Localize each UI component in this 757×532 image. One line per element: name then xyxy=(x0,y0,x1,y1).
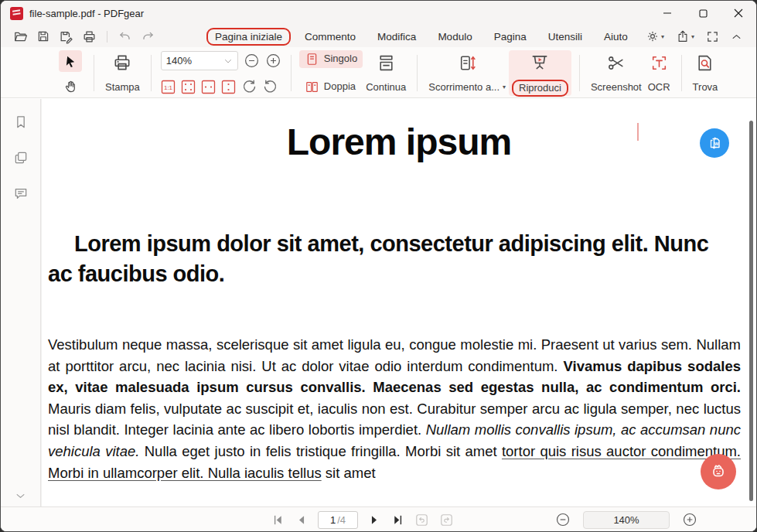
main-toolbar: Stampa 140% 1:1 xyxy=(1,47,756,98)
svg-text:W: W xyxy=(714,142,719,146)
toolbar-separator xyxy=(151,55,152,91)
undo-icon[interactable] xyxy=(118,29,132,44)
statusbar: 1 /4 140% xyxy=(1,506,756,531)
screenshot-label: Screenshot xyxy=(591,81,642,95)
tab-pagina[interactable]: Pagina xyxy=(486,29,534,45)
zoom-presets-row: 1:1 xyxy=(161,76,281,95)
page-navigation: 1 /4 xyxy=(271,507,454,532)
pdfgear-logo-icon xyxy=(10,7,23,20)
rotate-cw-button[interactable] xyxy=(241,79,257,95)
print-label: Stampa xyxy=(105,81,140,95)
pdf-page[interactable]: Lorem ipsum W Lorem ipsum dolor sit amet… xyxy=(42,99,756,508)
paragraph-run-regular: Nulla eget justo in felis tristique frin… xyxy=(145,443,502,459)
save-as-icon[interactable] xyxy=(59,29,73,44)
window-controls xyxy=(650,1,756,26)
fullscreen-button[interactable] xyxy=(706,30,719,43)
play-button[interactable]: Riproduci xyxy=(509,50,571,96)
bookmarks-panel-button[interactable] xyxy=(13,114,29,130)
statusbar-zoom-in-button[interactable] xyxy=(682,512,697,527)
toolbar-separator xyxy=(579,55,580,91)
double-page-icon xyxy=(305,80,319,94)
autoscroll-icon xyxy=(458,51,477,74)
titlebar-left: file-sample.pdf - PDFgear xyxy=(1,7,650,20)
find-label: Trova xyxy=(693,81,718,95)
theme-button[interactable]: ▾ xyxy=(646,29,664,43)
share-button[interactable]: ▾ xyxy=(676,29,694,43)
toolbar-separator xyxy=(94,55,94,91)
screenshot-button[interactable]: Screenshot xyxy=(588,50,645,96)
previous-view-button[interactable] xyxy=(414,513,429,527)
tab-utensili[interactable]: Utensili xyxy=(540,29,590,45)
print-button[interactable]: Stampa xyxy=(102,50,143,96)
fit-page-button[interactable] xyxy=(181,80,196,95)
titlebar: file-sample.pdf - PDFgear xyxy=(1,1,756,26)
next-view-button[interactable] xyxy=(439,513,454,527)
tab-pagina-iniziale[interactable]: Pagina iniziale xyxy=(206,28,291,46)
quick-print-icon[interactable] xyxy=(82,29,97,44)
paragraph-run-regular: sit amet xyxy=(322,465,376,481)
select-tool-button[interactable] xyxy=(59,50,82,72)
autoscroll-button[interactable]: Scorrimento a... ▾ xyxy=(425,50,509,96)
pdfgear-window: file-sample.pdf - PDFgear xyxy=(0,0,757,532)
maximize-button[interactable] xyxy=(685,1,721,26)
menu-tabs: Pagina iniziale Commento Modifica Modulo… xyxy=(206,28,636,46)
single-view-button[interactable]: Singolo xyxy=(299,50,363,68)
document-heading: Lorem ipsum dolor sit amet, consectetur … xyxy=(48,229,714,289)
find-button[interactable]: Trova xyxy=(690,50,721,96)
zoom-row: 140% xyxy=(161,51,281,70)
double-view-button[interactable]: Doppia xyxy=(299,78,363,96)
tab-modulo[interactable]: Modulo xyxy=(430,29,479,45)
first-page-button[interactable] xyxy=(271,513,285,527)
document-paragraph: Vestibulum neque massa, scelerisque sit … xyxy=(48,334,741,483)
comments-panel-button[interactable] xyxy=(13,186,29,201)
vertical-scrollbar[interactable] xyxy=(749,121,753,501)
statusbar-zoom-out-button[interactable] xyxy=(555,512,571,527)
statusbar-zoom: 140% xyxy=(555,507,697,532)
content-area: Lorem ipsum W Lorem ipsum dolor sit amet… xyxy=(1,99,756,508)
left-sidebar xyxy=(1,99,41,508)
save-icon[interactable] xyxy=(36,29,50,43)
zoom-in-button[interactable] xyxy=(265,53,281,69)
total-pages: /4 xyxy=(337,514,346,526)
redo-icon[interactable] xyxy=(141,29,155,44)
printer-icon xyxy=(112,51,132,74)
theme-caret-icon: ▾ xyxy=(661,33,664,40)
page-number-input[interactable]: 1 /4 xyxy=(318,511,358,529)
menubar-right-icons: ▾ ▾ xyxy=(646,29,756,43)
close-button[interactable] xyxy=(721,1,756,26)
actual-size-button[interactable]: 1:1 xyxy=(161,80,176,95)
statusbar-zoom-value[interactable]: 140% xyxy=(583,511,670,529)
hand-tool-button[interactable] xyxy=(59,76,82,96)
ocr-button[interactable]: OCR xyxy=(645,50,673,96)
assistant-mascot-button[interactable] xyxy=(701,454,736,489)
next-page-button[interactable] xyxy=(368,513,381,527)
single-page-icon xyxy=(305,52,319,66)
previous-page-button[interactable] xyxy=(295,513,308,527)
continuous-page-icon xyxy=(377,51,396,74)
fit-width-button[interactable] xyxy=(201,80,217,95)
zoom-tools-group: 140% 1:1 xyxy=(159,50,283,96)
text-caret-marker xyxy=(637,123,639,141)
continuous-view-button[interactable]: Continua xyxy=(363,50,409,96)
rotate-ccw-button[interactable] xyxy=(262,79,278,95)
last-page-button[interactable] xyxy=(391,513,404,527)
open-file-icon[interactable] xyxy=(13,29,28,44)
tab-commento[interactable]: Commento xyxy=(297,29,363,45)
thumbnails-panel-button[interactable] xyxy=(13,150,29,165)
zoom-combobox[interactable]: 140% xyxy=(161,51,238,70)
quick-access-toolbar xyxy=(1,29,155,44)
autoscroll-caret-icon: ▾ xyxy=(503,81,506,94)
ocr-label: OCR xyxy=(648,81,670,95)
fit-height-button[interactable] xyxy=(221,80,237,95)
convert-to-word-badge[interactable]: W xyxy=(700,128,729,158)
share-caret-icon: ▾ xyxy=(691,33,694,40)
toolbar-separator xyxy=(417,55,418,91)
tab-aiuto[interactable]: Aiuto xyxy=(596,29,636,45)
collapse-ribbon-button[interactable] xyxy=(731,31,742,43)
play-label: Riproduci xyxy=(512,80,568,97)
tab-modifica[interactable]: Modifica xyxy=(370,29,424,45)
zoom-out-button[interactable] xyxy=(244,53,260,69)
window-title: file-sample.pdf - PDFgear xyxy=(29,8,144,19)
sidebar-collapse-button[interactable] xyxy=(1,490,40,502)
minimize-button[interactable] xyxy=(650,1,685,26)
